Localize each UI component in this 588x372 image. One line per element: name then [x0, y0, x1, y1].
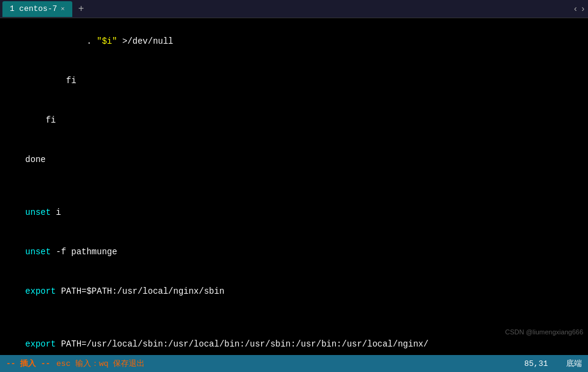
status-mode: -- 插入 -- — [6, 358, 50, 369]
terminal-line: . "$i" >/dev/null — [5, 22, 583, 61]
tab-nav-right-icon[interactable]: › — [581, 4, 586, 14]
terminal-line: fi — [5, 61, 583, 101]
tab-navigation: ‹ › — [573, 4, 586, 14]
tab-close-icon[interactable]: × — [61, 5, 65, 13]
tab-bar: 1 centos-7 × + ‹ › — [0, 0, 588, 18]
terminal-line: unset -f pathmunge — [5, 232, 583, 272]
terminal-line-blank — [5, 311, 583, 325]
terminal-line: fi — [5, 101, 583, 140]
terminal-line: unset i — [5, 193, 583, 232]
tab-label: 1 centos-7 — [10, 4, 57, 13]
status-position: 85,31 — [524, 359, 548, 368]
terminal-area[interactable]: . "$i" >/dev/null fi fi done unset i uns… — [0, 18, 588, 355]
terminal-line: export PATH=$PATH:/usr/local/nginx/sbin — [5, 272, 583, 311]
status-bar: -- 插入 -- esc 输入：wq 保存退出 85,31 底端 — [0, 355, 588, 372]
status-right: 85,31 底端 — [524, 358, 582, 369]
tab-item-centos7[interactable]: 1 centos-7 × — [2, 1, 72, 17]
status-end-label: 底端 — [566, 358, 582, 369]
terminal-line: export PATH=/usr/local/sbin:/usr/local/b… — [5, 325, 583, 355]
watermark: CSDN @liumengxiang666 — [505, 328, 583, 336]
terminal-line: done — [5, 140, 583, 180]
tab-add-icon[interactable]: + — [75, 4, 88, 15]
tab-nav-left-icon[interactable]: ‹ — [573, 4, 578, 14]
terminal-line-blank — [5, 180, 583, 193]
status-hint: esc 输入：wq 保存退出 — [56, 358, 145, 369]
